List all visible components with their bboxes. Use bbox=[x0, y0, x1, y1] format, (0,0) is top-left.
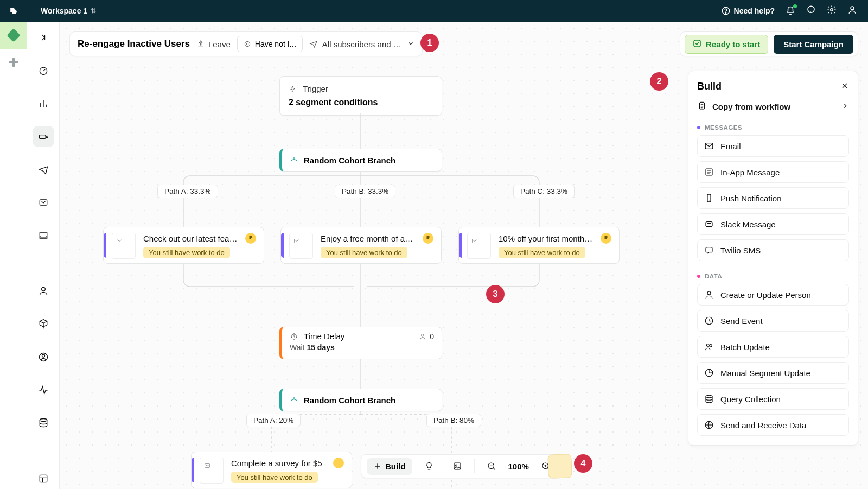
nav-analytics[interactable] bbox=[33, 93, 54, 115]
delay-label: Time Delay bbox=[304, 332, 344, 341]
branch-card-2[interactable]: Random Cohort Branch bbox=[279, 389, 442, 411]
image-button[interactable] bbox=[446, 458, 469, 475]
chat-button[interactable] bbox=[806, 5, 816, 17]
path-tag-b2[interactable]: Path B: 80% bbox=[426, 414, 481, 427]
envelope-icon bbox=[116, 237, 123, 246]
need-help-link[interactable]: Need help? bbox=[721, 6, 775, 16]
sticky-note[interactable] bbox=[547, 454, 572, 479]
trigger-card[interactable]: Trigger 2 segment conditions bbox=[279, 76, 442, 116]
work-chip-c: You still have work to do bbox=[499, 247, 585, 258]
svg-rect-43 bbox=[454, 463, 461, 469]
opt-webhook[interactable]: Send and Receive Data bbox=[697, 414, 849, 436]
goal-chip[interactable]: Have not l… bbox=[237, 36, 303, 52]
close-panel-button[interactable] bbox=[840, 81, 849, 92]
email-card-a[interactable]: Check out our latest featur… You still h… bbox=[103, 227, 264, 264]
send-icon bbox=[309, 40, 318, 48]
profile-button[interactable] bbox=[847, 5, 857, 17]
nav-broadcasts[interactable] bbox=[33, 159, 54, 180]
opt-email[interactable]: Email bbox=[697, 135, 849, 157]
svg-rect-13 bbox=[40, 475, 47, 482]
build-label: Build bbox=[385, 462, 406, 471]
envelope-icon bbox=[293, 237, 301, 246]
ready-to-start-button[interactable]: Ready to start bbox=[685, 35, 768, 54]
svg-rect-34 bbox=[706, 222, 712, 227]
path-tag-a1[interactable]: Path A: 33.3% bbox=[157, 185, 218, 198]
opt-inapp[interactable]: In-App Message bbox=[697, 161, 849, 183]
opt-query[interactable]: Query Collection bbox=[697, 388, 849, 410]
workflow-canvas[interactable]: Re-engage Inactive Users Leave Have not … bbox=[60, 22, 868, 489]
notification-dot-icon bbox=[793, 4, 797, 8]
svg-rect-6 bbox=[39, 135, 46, 138]
opt-segment[interactable]: Manual Segment Update bbox=[697, 362, 849, 384]
draft-badge-icon bbox=[333, 458, 344, 468]
nav-activity[interactable] bbox=[33, 379, 54, 401]
nav-objects[interactable] bbox=[33, 314, 54, 335]
nav-segments[interactable] bbox=[33, 346, 54, 367]
opt-twilio[interactable]: Twilio SMS bbox=[697, 239, 849, 261]
svg-rect-23 bbox=[473, 239, 477, 243]
email-card-c[interactable]: 10% off your first month, s… You still h… bbox=[458, 227, 620, 264]
leave-button[interactable]: Leave bbox=[196, 40, 231, 49]
notifications-button[interactable] bbox=[786, 6, 795, 16]
nav-dashboard[interactable] bbox=[33, 60, 54, 81]
svg-rect-22 bbox=[295, 239, 299, 243]
nav-people[interactable] bbox=[33, 281, 54, 302]
page-header-bar: Re-engage Inactive Users Leave Have not … bbox=[69, 31, 423, 56]
opt-slack[interactable]: Slack Message bbox=[697, 213, 849, 235]
opt-batch[interactable]: Batch Update bbox=[697, 336, 849, 358]
opt-sendevent[interactable]: Send Event bbox=[697, 310, 849, 332]
start-label: Start Campaign bbox=[783, 40, 844, 49]
nav-data[interactable] bbox=[33, 412, 54, 434]
nav-rail bbox=[27, 22, 60, 489]
app-tile-2[interactable] bbox=[0, 49, 27, 76]
envelope-icon bbox=[203, 461, 211, 471]
copy-from-workflow-button[interactable]: Copy from workflow bbox=[697, 101, 849, 112]
topbar: Workspace 1 ⇅ Need help? bbox=[0, 0, 868, 22]
leave-icon bbox=[196, 40, 205, 48]
subscribers-label: All subscribers and … bbox=[322, 40, 401, 49]
work-chip-2a: You still have work to do bbox=[231, 472, 318, 483]
nav-content[interactable] bbox=[33, 468, 54, 489]
start-campaign-button[interactable]: Start Campaign bbox=[774, 35, 853, 54]
settings-button[interactable] bbox=[827, 5, 837, 17]
workspace-switcher[interactable]: Workspace 1 ⇅ bbox=[41, 7, 96, 15]
path-tag-a2[interactable]: Path A: 20% bbox=[246, 414, 301, 427]
nav-deliveries[interactable] bbox=[33, 192, 54, 213]
email-thumb-b bbox=[289, 233, 313, 259]
delay-card[interactable]: Time Delay 0 Wait 15 days bbox=[279, 327, 442, 359]
branch-card-1[interactable]: Random Cohort Branch bbox=[279, 149, 442, 172]
branch-2-label: Random Cohort Branch bbox=[304, 396, 395, 405]
svg-point-7 bbox=[46, 136, 48, 137]
brand-logo[interactable] bbox=[0, 5, 27, 16]
nav-campaigns[interactable] bbox=[33, 126, 54, 147]
leave-label: Leave bbox=[208, 40, 231, 49]
draft-badge-icon bbox=[245, 233, 256, 244]
app-tile-active[interactable] bbox=[0, 22, 27, 49]
copy-label: Copy from workflow bbox=[712, 102, 790, 111]
need-help-label: Need help? bbox=[734, 7, 775, 15]
build-mode-button[interactable]: Build bbox=[367, 458, 412, 475]
email-thumb-a bbox=[112, 233, 136, 259]
email-card-b[interactable]: Enjoy a free month of acce… You still ha… bbox=[280, 227, 442, 264]
svg-point-39 bbox=[710, 345, 712, 347]
nav-inbox[interactable] bbox=[33, 225, 54, 246]
svg-point-4 bbox=[851, 7, 854, 10]
opt-push[interactable]: Push Notification bbox=[697, 187, 849, 209]
path-tag-b1[interactable]: Path B: 33.3% bbox=[335, 185, 395, 198]
build-panel: Build Copy from workflow MESSAGES Email … bbox=[688, 71, 858, 446]
trigger-label: Trigger bbox=[303, 84, 328, 93]
zoom-out-button[interactable] bbox=[480, 458, 503, 475]
email-thumb-c bbox=[467, 233, 491, 259]
action-bar: Ready to start Start Campaign bbox=[680, 31, 858, 56]
email-title-c: 10% off your first month, s… bbox=[499, 234, 596, 243]
opt-person[interactable]: Create or Update Person bbox=[697, 284, 849, 306]
zoom-level[interactable]: 100% bbox=[508, 462, 529, 471]
goal-chip-label: Have not l… bbox=[255, 40, 297, 48]
svg-rect-21 bbox=[117, 239, 122, 243]
subscribers-dropdown[interactable]: All subscribers and … bbox=[309, 40, 414, 49]
path-tag-c1[interactable]: Path C: 33.3% bbox=[513, 185, 575, 198]
ideas-button[interactable] bbox=[418, 458, 441, 475]
nav-collapse-button[interactable] bbox=[33, 27, 54, 48]
chevron-down-icon bbox=[407, 40, 414, 49]
email-card-2a[interactable]: Complete a survey for $5 You still have … bbox=[191, 452, 352, 488]
